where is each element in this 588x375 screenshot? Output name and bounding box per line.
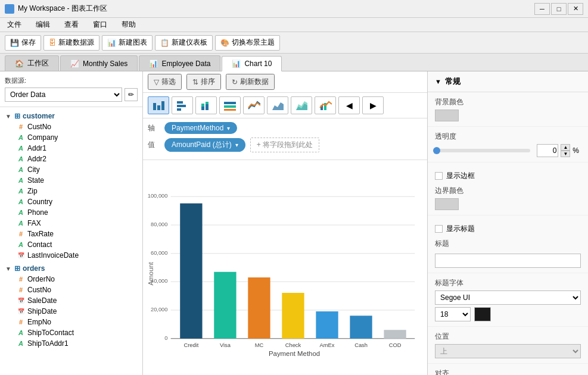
a-icon: A [17,144,25,152]
field-custno[interactable]: #CustNo [0,121,142,132]
minimize-button[interactable]: ─ [534,3,550,15]
date-icon: 📅 [17,251,25,260]
chart-type-stacked-bar[interactable] [195,96,217,114]
filter-button[interactable]: ▽ 筛选 [148,74,182,90]
bar-check[interactable] [282,293,304,339]
y-tick-0: 0 [164,335,167,341]
field-country[interactable]: ACountry [0,196,142,207]
svg-rect-6 [201,107,204,110]
bg-color-swatch[interactable] [435,110,459,121]
field-phone[interactable]: APhone [0,207,142,218]
expand-panel-icon: ▼ [435,78,441,85]
transparency-label: 透明度 [435,132,581,142]
chart-type-bar[interactable] [148,96,169,114]
field-addr1[interactable]: AAddr1 [0,143,142,154]
field-shipdate[interactable]: 📅ShipDate [0,306,142,317]
chart-type-nav-right[interactable]: ▶ [362,96,384,114]
border-color-swatch[interactable] [435,198,459,210]
position-select[interactable]: 上 [435,344,581,358]
customer-group-label: customer [23,112,55,120]
bar-cash[interactable] [350,315,372,338]
bar-amex[interactable] [316,311,338,339]
font-color-swatch[interactable] [474,307,491,321]
chart-type-area2[interactable] [291,96,312,114]
value-field-pill[interactable]: AmountPaid (总计) ▾ [164,138,245,152]
hash-icon: # [17,318,25,326]
new-datasource-button[interactable]: 🗄 新建数据源 [43,35,99,51]
field-tree: ▼ ⊞ customer #CustNo ACompany AAddr1 AAd… [0,107,142,375]
percent-label: % [573,146,579,155]
tab-workspace[interactable]: 🏠 工作区 [5,55,59,71]
field-shiptocontact[interactable]: AShipToContact [0,327,142,338]
bar-credit[interactable] [180,204,202,339]
add-field-button[interactable]: + 将字段拖到此处 [250,138,319,152]
transparency-input[interactable] [537,144,558,157]
chart-type-combo[interactable] [315,96,336,114]
border-color-label: 边界颜色 [435,186,581,196]
svg-rect-0 [153,103,156,110]
chart-type-line[interactable] [243,96,265,114]
tab-employee-data[interactable]: 📊 Employee Data [139,55,220,71]
datasource-select[interactable]: Order Data [5,88,122,102]
save-button[interactable]: 💾 保存 [5,35,41,51]
bar-visa[interactable] [214,272,236,339]
show-title-checkbox[interactable] [435,225,443,233]
field-city[interactable]: ACity [0,164,142,175]
field-contact[interactable]: AContact [0,239,142,250]
field-saledate[interactable]: 📅SaleDate [0,295,142,306]
hash-icon: # [17,123,25,131]
tree-group-customer-header[interactable]: ▼ ⊞ customer [0,111,142,121]
field-orders-custno[interactable]: #CustNo [0,285,142,295]
a-icon: A [17,219,25,227]
field-shiptoadd1[interactable]: AShipToAddr1 [0,338,142,349]
field-addr2[interactable]: AAddr2 [0,154,142,164]
tab-chart10[interactable]: 📊 Chart 10 [222,56,282,71]
title-input[interactable] [435,254,581,268]
right-panel: ▼ 常规 背景颜色 透明度 ▲ ▼ % [427,71,588,375]
new-chart-button[interactable]: 📊 新建图表 [102,35,153,51]
show-border-checkbox[interactable] [435,172,443,180]
bar-mc[interactable] [248,277,270,339]
field-empno[interactable]: #EmpNo [0,317,142,327]
bar-cod[interactable] [384,330,406,339]
transparency-slider[interactable] [435,149,530,152]
menu-edit[interactable]: 编辑 [33,18,52,31]
chart-type-nav-left[interactable]: ◀ [338,96,360,114]
tree-group-orders-header[interactable]: ▼ ⊞ orders [0,263,142,274]
tab-bar: 🏠 工作区 📈 Monthly Sales 📊 Employee Data 📊 … [0,54,588,71]
chart-type-area[interactable] [267,96,288,114]
menu-file[interactable]: 文件 [5,18,24,31]
axis-field-pill[interactable]: PaymentMethod ▾ [164,122,237,134]
switch-theme-button[interactable]: 🎨 切换布景主题 [215,35,280,51]
show-border-row: 显示边框 [435,171,581,181]
svg-marker-13 [272,102,284,110]
chart-icon: 📊 [107,39,116,47]
menu-view[interactable]: 查看 [62,18,81,31]
field-fax[interactable]: AFAX [0,218,142,229]
field-zip[interactable]: AZip [0,186,142,196]
close-button[interactable]: ✕ [568,3,583,15]
chart-type-bar-horizontal[interactable] [172,96,193,114]
font-size-select[interactable]: 18 [435,307,471,321]
tab-monthly-sales[interactable]: 📈 Monthly Sales [60,55,138,71]
refresh-button[interactable]: ↻ 刷新数据 [226,74,275,90]
tree-group-customer: ▼ ⊞ customer #CustNo ACompany AAddr1 AAd… [0,110,142,262]
field-taxrate[interactable]: #TaxRate [0,229,142,239]
chart-type-stacked-bar2[interactable] [219,96,241,114]
sort-button[interactable]: ⇅ 排序 [186,74,221,90]
font-select[interactable]: Segoe UI [435,290,581,305]
menu-help[interactable]: 帮助 [119,18,138,31]
a-icon: A [17,240,25,249]
stepper-up[interactable]: ▲ [561,144,570,151]
field-orderno[interactable]: #OrderNo [0,274,142,285]
new-dashboard-button[interactable]: 📋 新建仪表板 [155,35,213,51]
field-state[interactable]: AState [0,175,142,186]
hash-icon: # [17,275,25,283]
border-section: 显示边框 边界颜色 [428,162,588,215]
maximize-button[interactable]: □ [551,3,567,15]
field-company[interactable]: ACompany [0,132,142,143]
field-lastinvoicedate[interactable]: 📅LastInvoiceDate [0,250,142,261]
stepper-down[interactable]: ▼ [561,151,570,157]
edit-datasource-button[interactable]: ✏ [125,88,138,101]
menu-window[interactable]: 窗口 [91,18,110,31]
